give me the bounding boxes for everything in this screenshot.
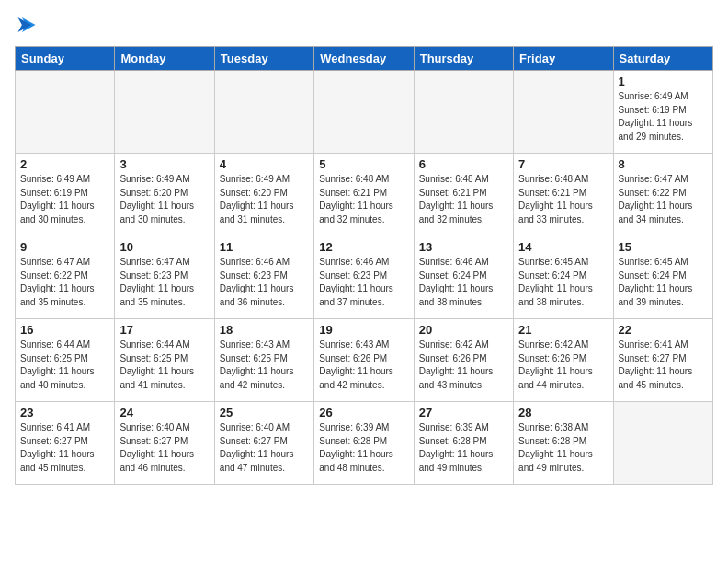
- day-info: Sunrise: 6:47 AM Sunset: 6:22 PM Dayligh…: [619, 173, 708, 226]
- header: [15, 15, 713, 35]
- calendar-cell: 15Sunrise: 6:45 AM Sunset: 6:24 PM Dayli…: [613, 236, 712, 319]
- day-number: 9: [20, 240, 109, 254]
- calendar-week-row: 23Sunrise: 6:41 AM Sunset: 6:27 PM Dayli…: [16, 402, 713, 485]
- day-number: 14: [518, 240, 608, 254]
- day-number: 19: [319, 323, 408, 337]
- calendar-cell: 20Sunrise: 6:42 AM Sunset: 6:26 PM Dayli…: [414, 319, 513, 402]
- calendar-cell: 7Sunrise: 6:48 AM Sunset: 6:21 PM Daylig…: [514, 154, 613, 236]
- logo-icon: [17, 15, 37, 35]
- day-number: 18: [220, 323, 309, 337]
- page: SundayMondayTuesdayWednesdayThursdayFrid…: [0, 0, 728, 500]
- day-number: 10: [119, 240, 209, 254]
- calendar-cell: [514, 71, 613, 154]
- day-number: 16: [20, 323, 109, 337]
- calendar-cell: [115, 71, 214, 154]
- calendar-cell: 24Sunrise: 6:40 AM Sunset: 6:27 PM Dayli…: [115, 402, 214, 485]
- calendar-cell: 21Sunrise: 6:42 AM Sunset: 6:26 PM Dayli…: [514, 319, 613, 402]
- day-info: Sunrise: 6:41 AM Sunset: 6:27 PM Dayligh…: [619, 339, 708, 392]
- calendar-cell: 16Sunrise: 6:44 AM Sunset: 6:25 PM Dayli…: [16, 319, 115, 402]
- day-info: Sunrise: 6:46 AM Sunset: 6:24 PM Dayligh…: [419, 256, 508, 309]
- day-number: 1: [619, 75, 708, 88]
- day-info: Sunrise: 6:46 AM Sunset: 6:23 PM Dayligh…: [220, 256, 309, 309]
- day-info: Sunrise: 6:48 AM Sunset: 6:21 PM Dayligh…: [518, 173, 608, 226]
- day-info: Sunrise: 6:47 AM Sunset: 6:23 PM Dayligh…: [119, 256, 209, 309]
- calendar-cell: 27Sunrise: 6:39 AM Sunset: 6:28 PM Dayli…: [414, 402, 513, 485]
- calendar-week-row: 9Sunrise: 6:47 AM Sunset: 6:22 PM Daylig…: [16, 236, 713, 319]
- calendar-cell: 22Sunrise: 6:41 AM Sunset: 6:27 PM Dayli…: [613, 319, 712, 402]
- calendar-cell: [414, 71, 513, 154]
- day-info: Sunrise: 6:44 AM Sunset: 6:25 PM Dayligh…: [119, 339, 209, 392]
- calendar-cell: [214, 71, 313, 154]
- day-info: Sunrise: 6:49 AM Sunset: 6:20 PM Dayligh…: [220, 173, 309, 226]
- calendar-table: SundayMondayTuesdayWednesdayThursdayFrid…: [15, 46, 713, 485]
- day-number: 12: [319, 240, 408, 254]
- calendar-cell: 23Sunrise: 6:41 AM Sunset: 6:27 PM Dayli…: [16, 402, 115, 485]
- day-info: Sunrise: 6:43 AM Sunset: 6:26 PM Dayligh…: [319, 339, 408, 392]
- day-info: Sunrise: 6:48 AM Sunset: 6:21 PM Dayligh…: [319, 173, 408, 226]
- day-info: Sunrise: 6:48 AM Sunset: 6:21 PM Dayligh…: [419, 173, 508, 226]
- day-info: Sunrise: 6:39 AM Sunset: 6:28 PM Dayligh…: [419, 421, 508, 475]
- day-number: 20: [419, 323, 508, 337]
- calendar-cell: 14Sunrise: 6:45 AM Sunset: 6:24 PM Dayli…: [514, 236, 613, 319]
- calendar-cell: 2Sunrise: 6:49 AM Sunset: 6:19 PM Daylig…: [16, 154, 115, 236]
- calendar-cell: 9Sunrise: 6:47 AM Sunset: 6:22 PM Daylig…: [16, 236, 115, 319]
- calendar-week-row: 16Sunrise: 6:44 AM Sunset: 6:25 PM Dayli…: [16, 319, 713, 402]
- calendar-cell: [314, 71, 414, 154]
- day-number: 23: [20, 406, 109, 419]
- day-info: Sunrise: 6:45 AM Sunset: 6:24 PM Dayligh…: [619, 256, 708, 309]
- calendar-cell: 4Sunrise: 6:49 AM Sunset: 6:20 PM Daylig…: [214, 154, 313, 236]
- calendar-cell: 26Sunrise: 6:39 AM Sunset: 6:28 PM Dayli…: [314, 402, 414, 485]
- day-info: Sunrise: 6:42 AM Sunset: 6:26 PM Dayligh…: [419, 339, 508, 392]
- calendar-cell: 17Sunrise: 6:44 AM Sunset: 6:25 PM Dayli…: [115, 319, 214, 402]
- day-info: Sunrise: 6:47 AM Sunset: 6:22 PM Dayligh…: [20, 256, 109, 309]
- day-info: Sunrise: 6:40 AM Sunset: 6:27 PM Dayligh…: [119, 421, 209, 475]
- day-number: 13: [419, 240, 508, 254]
- day-number: 4: [220, 157, 309, 171]
- calendar-week-row: 1Sunrise: 6:49 AM Sunset: 6:19 PM Daylig…: [16, 71, 713, 154]
- calendar-week-row: 2Sunrise: 6:49 AM Sunset: 6:19 PM Daylig…: [16, 154, 713, 236]
- day-number: 22: [619, 323, 708, 337]
- day-info: Sunrise: 6:40 AM Sunset: 6:27 PM Dayligh…: [220, 421, 309, 475]
- day-number: 3: [119, 157, 209, 171]
- calendar-cell: 8Sunrise: 6:47 AM Sunset: 6:22 PM Daylig…: [613, 154, 712, 236]
- day-info: Sunrise: 6:49 AM Sunset: 6:19 PM Dayligh…: [619, 90, 708, 144]
- calendar-cell: 11Sunrise: 6:46 AM Sunset: 6:23 PM Dayli…: [214, 236, 313, 319]
- calendar-cell: 1Sunrise: 6:49 AM Sunset: 6:19 PM Daylig…: [613, 71, 712, 154]
- weekday-header: Monday: [115, 47, 214, 71]
- calendar-cell: 13Sunrise: 6:46 AM Sunset: 6:24 PM Dayli…: [414, 236, 513, 319]
- day-info: Sunrise: 6:38 AM Sunset: 6:28 PM Dayligh…: [518, 421, 608, 475]
- day-number: 11: [220, 240, 309, 254]
- day-info: Sunrise: 6:39 AM Sunset: 6:28 PM Dayligh…: [319, 421, 408, 475]
- weekday-header: Friday: [514, 47, 613, 71]
- logo: [15, 15, 37, 35]
- calendar-cell: 6Sunrise: 6:48 AM Sunset: 6:21 PM Daylig…: [414, 154, 513, 236]
- day-number: 17: [119, 323, 209, 337]
- day-number: 26: [319, 406, 408, 419]
- day-info: Sunrise: 6:41 AM Sunset: 6:27 PM Dayligh…: [20, 421, 109, 475]
- weekday-header: Thursday: [414, 47, 513, 71]
- calendar-cell: [16, 71, 115, 154]
- weekday-header: Saturday: [613, 47, 712, 71]
- calendar-cell: 10Sunrise: 6:47 AM Sunset: 6:23 PM Dayli…: [115, 236, 214, 319]
- calendar-cell: 25Sunrise: 6:40 AM Sunset: 6:27 PM Dayli…: [214, 402, 313, 485]
- day-number: 8: [619, 157, 708, 171]
- calendar-cell: 3Sunrise: 6:49 AM Sunset: 6:20 PM Daylig…: [115, 154, 214, 236]
- calendar-cell: 18Sunrise: 6:43 AM Sunset: 6:25 PM Dayli…: [214, 319, 313, 402]
- day-number: 5: [319, 157, 408, 171]
- day-info: Sunrise: 6:44 AM Sunset: 6:25 PM Dayligh…: [20, 339, 109, 392]
- day-number: 7: [518, 157, 608, 171]
- day-info: Sunrise: 6:43 AM Sunset: 6:25 PM Dayligh…: [220, 339, 309, 392]
- weekday-header: Sunday: [16, 47, 115, 71]
- calendar-cell: 28Sunrise: 6:38 AM Sunset: 6:28 PM Dayli…: [514, 402, 613, 485]
- calendar-cell: 19Sunrise: 6:43 AM Sunset: 6:26 PM Dayli…: [314, 319, 414, 402]
- day-number: 27: [419, 406, 508, 419]
- day-number: 6: [419, 157, 508, 171]
- day-info: Sunrise: 6:42 AM Sunset: 6:26 PM Dayligh…: [518, 339, 608, 392]
- day-info: Sunrise: 6:45 AM Sunset: 6:24 PM Dayligh…: [518, 256, 608, 309]
- day-number: 25: [220, 406, 309, 419]
- weekday-header: Tuesday: [214, 47, 313, 71]
- day-info: Sunrise: 6:46 AM Sunset: 6:23 PM Dayligh…: [319, 256, 408, 309]
- day-number: 2: [20, 157, 109, 171]
- day-number: 24: [119, 406, 209, 419]
- day-number: 15: [619, 240, 708, 254]
